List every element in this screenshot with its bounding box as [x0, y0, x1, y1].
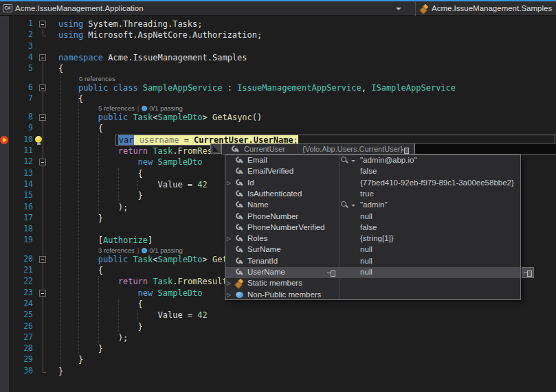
datatip-row-username[interactable]: UserNamenull — [225, 267, 520, 278]
codelens-tests[interactable]: 0/1 passing — [149, 104, 183, 112]
code-text[interactable]: } — [58, 366, 63, 377]
codelens-references[interactable]: 0 references — [79, 75, 115, 82]
fold-toggle[interactable] — [39, 21, 46, 27]
datatip-row-emailverified[interactable]: EmailVerifiedfalse — [225, 166, 520, 177]
code-text[interactable]: Value = 42 — [58, 310, 208, 321]
code-text[interactable]: } — [58, 321, 143, 332]
lightbulb-icon[interactable] — [35, 136, 42, 143]
magnifier-caret-icon[interactable] — [351, 160, 355, 162]
line-number: 17 — [9, 213, 33, 222]
datatip-header[interactable]: CurrentUser {Volo.Abp.Users.CurrentUser} — [221, 143, 414, 154]
member-value[interactable]: false — [360, 223, 377, 231]
code-line[interactable]: 1using System.Threading.Tasks; — [0, 19, 556, 30]
code-text[interactable]: return Task.FromResult( — [58, 276, 232, 287]
code-line[interactable]: 30} — [0, 366, 556, 377]
code-text[interactable]: } — [58, 190, 143, 201]
datatip-row-tenantid[interactable]: TenantIdnull — [225, 256, 520, 267]
magnifier-caret-icon[interactable] — [351, 205, 355, 207]
code-text[interactable]: [Authorize] — [58, 235, 153, 246]
member-value[interactable]: {77bed410-92eb-f979-89c1-3a00ee58bbe2} — [360, 178, 514, 187]
datatip-row-phonenumberverified[interactable]: PhoneNumberVerifiedfalse — [225, 222, 520, 233]
datatip-row-static-members[interactable]: ▷Static members — [225, 278, 520, 289]
code-text[interactable]: return Task.FromResult( — [58, 146, 232, 157]
codelens-tests[interactable]: 0/1 passing — [149, 246, 183, 254]
search-magnifier-icon[interactable] — [341, 157, 349, 165]
code-line[interactable]: 5{ — [0, 63, 556, 74]
fold-toggle[interactable] — [39, 84, 46, 91]
code-text[interactable]: ); — [58, 202, 128, 213]
type-dropdown[interactable]: Acme.IssueManagement.Samples — [416, 1, 556, 16]
pin-icon[interactable] — [401, 147, 410, 153]
expand-arrow-icon[interactable]: ▷ — [227, 180, 231, 186]
code-text[interactable]: } — [58, 213, 103, 224]
member-value[interactable]: null — [360, 212, 372, 220]
code-text[interactable]: public Task<SampleDto> GetAsync() — [58, 112, 262, 123]
code-line[interactable]: 3 — [0, 41, 556, 52]
datatip-collapse-button[interactable] — [210, 143, 221, 154]
member-value[interactable]: null — [360, 257, 372, 265]
code-text[interactable]: { — [58, 63, 63, 74]
member-value[interactable]: null — [360, 245, 372, 253]
datatip-row-phonenumber[interactable]: PhoneNumbernull — [225, 211, 520, 222]
member-value[interactable]: "admin" — [360, 200, 388, 209]
code-line[interactable]: 7 { — [0, 93, 556, 104]
fold-toggle[interactable] — [39, 114, 46, 121]
code-text[interactable]: { — [58, 168, 143, 179]
pin-icon[interactable] — [327, 270, 336, 276]
project-dropdown[interactable]: C# Acme.IssueManagement.Application — [0, 1, 414, 16]
line-number: 27 — [9, 332, 33, 342]
line-number: 11 — [9, 146, 33, 155]
expand-arrow-icon[interactable]: ▷ — [227, 235, 231, 242]
datatip-row-name[interactable]: Name"admin" — [225, 200, 520, 211]
datatip-row-id[interactable]: ▷Id{77bed410-92eb-f979-89c1-3a00ee58bbe2… — [225, 178, 520, 189]
code-text[interactable]: } — [58, 354, 83, 365]
code-line[interactable]: 2using Microsoft.AspNetCore.Authorizatio… — [0, 30, 556, 41]
code-line[interactable]: 4namespace Acme.IssueManagement.Samples — [0, 52, 556, 63]
line-number: 5 — [9, 63, 33, 73]
code-text[interactable]: using System.Threading.Tasks; — [58, 19, 203, 30]
datatip-row-non-public-members[interactable]: ▷Non-Public members — [225, 290, 520, 301]
code-text[interactable]: } — [58, 343, 103, 354]
fold-toggle[interactable] — [39, 54, 46, 61]
datatip-row-isauthenticated[interactable]: IsAuthenticatedtrue — [225, 189, 520, 200]
member-value[interactable]: {string[1]} — [360, 234, 394, 242]
search-magnifier-icon[interactable] — [341, 201, 349, 209]
member-value[interactable]: false — [360, 167, 377, 175]
code-text[interactable]: public class SampleAppService : IssueMan… — [58, 82, 456, 93]
member-value[interactable]: null — [360, 268, 372, 276]
codelens-references[interactable]: 5 references — [98, 104, 135, 112]
code-text[interactable]: { — [58, 93, 83, 104]
code-line[interactable]: 27 ); — [0, 332, 556, 343]
code-text[interactable]: new SampleDto — [58, 288, 203, 299]
fold-guide-line — [43, 179, 43, 190]
pin-icon[interactable] — [524, 270, 533, 276]
code-line[interactable]: 6 public class SampleAppService : IssueM… — [0, 82, 556, 93]
expand-arrow-icon[interactable]: ▷ — [227, 280, 231, 286]
code-text[interactable]: { — [58, 299, 143, 310]
datatip-row-roles[interactable]: ▷Roles{string[1]} — [225, 233, 520, 244]
member-value[interactable]: true — [360, 189, 374, 198]
fold-toggle[interactable] — [39, 256, 46, 263]
code-line[interactable]: 25 Value = 42 — [0, 310, 556, 321]
codelens-references[interactable]: 3 references — [98, 246, 135, 254]
code-text[interactable]: using Microsoft.AspNetCore.Authorization… — [58, 30, 262, 41]
breakpoint-current-statement-icon[interactable] — [0, 136, 8, 144]
member-value[interactable]: "admin@abp.io" — [360, 156, 417, 164]
code-line[interactable]: 26 } — [0, 321, 556, 332]
fold-toggle[interactable] — [39, 290, 46, 297]
datatip-row-surname[interactable]: SurNamenull — [225, 244, 520, 255]
code-line[interactable]: 29 } — [0, 354, 556, 365]
code-line[interactable]: 28 } — [0, 343, 556, 354]
code-text[interactable]: Value = 42 — [58, 179, 208, 190]
fold-toggle[interactable] — [39, 159, 46, 165]
code-text[interactable]: ); — [58, 332, 128, 343]
expand-arrow-icon[interactable]: ▷ — [227, 292, 231, 298]
pin-to-source-button[interactable] — [522, 267, 534, 278]
code-text[interactable]: new SampleDto — [58, 157, 203, 168]
code-text[interactable]: { — [58, 123, 103, 134]
code-line[interactable]: 8 public Task<SampleDto> GetAsync() — [0, 112, 556, 123]
code-line[interactable]: 9 { — [0, 123, 556, 134]
datatip-row-email[interactable]: Email"admin@abp.io" — [225, 155, 520, 166]
code-text[interactable]: { — [58, 265, 103, 276]
code-text[interactable]: namespace Acme.IssueManagement.Samples — [58, 52, 247, 63]
